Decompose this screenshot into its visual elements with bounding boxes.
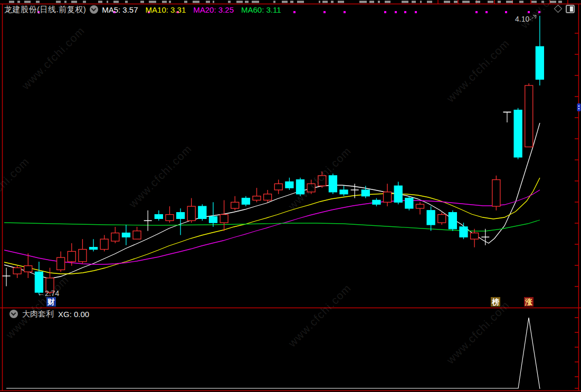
ma-label-2: MA20: 3.25 (193, 5, 234, 14)
sub-indicator-title[interactable]: 大肉套利 (22, 309, 54, 319)
candle-body-down (155, 215, 163, 219)
signal-dot (344, 11, 346, 13)
panel-layout-icon[interactable] (566, 5, 575, 13)
candle-body-down (373, 200, 380, 204)
stock-app-window: 龙建股份(日线.前复权) MA5: 3.57MA10: 3.31MA20: 3.… (0, 0, 581, 392)
signal-dot (384, 11, 386, 13)
candle-body-up (166, 215, 174, 221)
candle-body-up (13, 268, 21, 274)
main-chart-header: 龙建股份(日线.前复权) MA5: 3.57MA10: 3.31MA20: 3.… (4, 5, 281, 14)
candle-body-up (438, 215, 446, 223)
candle-body-up (416, 204, 424, 208)
chevron-down-circle-icon[interactable] (9, 310, 18, 318)
signal-dot (404, 11, 406, 13)
signal-dot (415, 11, 417, 13)
signal-dot (293, 11, 296, 13)
candle-body-up (253, 196, 261, 200)
candle-body-up (220, 215, 228, 223)
signal-badge-1[interactable]: 榜 (491, 297, 500, 307)
sub-chart-header: 大肉套利 XG: 0.00 (9, 309, 89, 319)
low-price-label: ←2.74 (37, 289, 59, 298)
signal-dot (485, 11, 488, 13)
ma-label-1: MA10: 3.31 (146, 5, 186, 14)
stock-title[interactable]: 龙建股份(日线.前复权) (4, 5, 86, 15)
clipped-top-row (0, 0, 581, 4)
sub-indicator-value: XG: 0.00 (58, 310, 89, 319)
diamond-icon[interactable] (554, 5, 563, 13)
candle-body-up (133, 231, 141, 240)
candle-body-up (264, 194, 272, 200)
candle-body-down (90, 247, 98, 250)
candle-body-up (492, 180, 500, 206)
candle-body-down (514, 110, 522, 157)
candle-body-down (285, 181, 293, 188)
candle-body-down (198, 206, 206, 218)
signal-dot (395, 11, 397, 13)
candle-body-up (525, 85, 533, 147)
candle-body-up (231, 202, 239, 208)
high-price-label: 4.10 (515, 15, 529, 23)
candle-body-up (187, 206, 195, 221)
candle-body-down (427, 211, 435, 225)
candle-body-down (177, 213, 185, 219)
candle-body-down (536, 46, 544, 79)
candle-body-down (122, 233, 130, 237)
ma-label-3: MA60: 3.11 (241, 5, 281, 14)
signal-dot (505, 11, 507, 13)
candle-body-up (384, 192, 392, 202)
axis-scroll-marker-dot (578, 108, 579, 109)
candle-body-down (340, 190, 348, 194)
ma-label-0: MA5: 3.57 (102, 5, 138, 14)
candle-body-up (274, 184, 282, 190)
candle-body-up (68, 251, 75, 261)
corner-icons (555, 5, 575, 13)
axis-scroll-marker[interactable] (577, 103, 581, 111)
candle-body-down (242, 198, 250, 205)
candle-body-up (79, 250, 87, 262)
signal-dot (475, 11, 478, 13)
candle-body-up (24, 266, 32, 272)
signal-dot (323, 11, 326, 13)
candle-body-down (394, 186, 402, 202)
signal-badge-2[interactable]: 涨 (524, 297, 534, 307)
candle-body-up (57, 257, 65, 270)
candle-body-down (460, 227, 468, 237)
candle-body-up (471, 233, 479, 240)
axis-scroll-marker-dot (578, 106, 579, 107)
candle-body-up (100, 239, 108, 249)
chevron-down-circle-icon[interactable] (90, 5, 98, 14)
candle-body-up (111, 233, 119, 242)
candle-body-down (449, 213, 456, 229)
ma-indicator-labels: MA5: 3.57MA10: 3.31MA20: 3.25MA60: 3.11 (102, 5, 281, 14)
candle-body-down (209, 216, 217, 223)
candle-body-down (329, 176, 337, 192)
signal-badge-0[interactable]: 财 (46, 297, 56, 307)
candle-body-down (405, 198, 413, 208)
candle-body-down (361, 190, 369, 196)
